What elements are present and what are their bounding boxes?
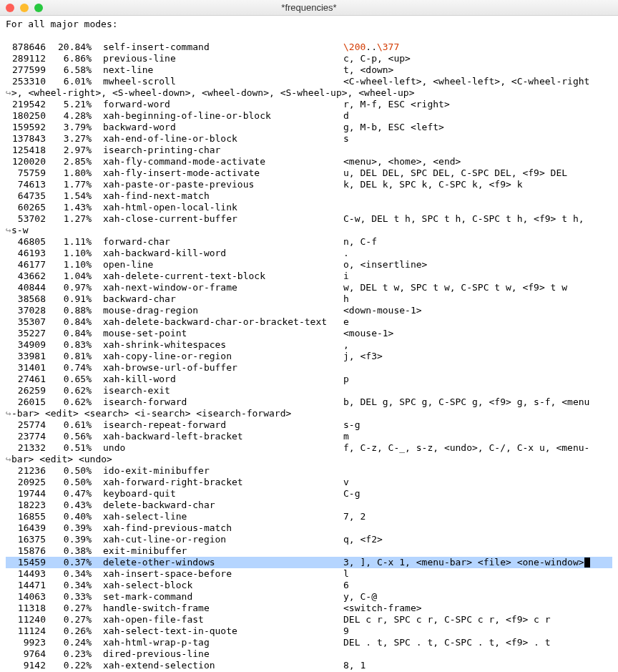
zoom-icon[interactable] [34,4,43,12]
frequency-row: 537021.27%xah-close-current-bufferC-w, D… [6,213,612,225]
keys-cell: s-g [343,419,360,430]
count-cell: 20925 [6,477,46,488]
command-cell: xah-kill-word [92,374,343,385]
wrap-text: bar> <edit> <undo> [11,454,112,464]
percent-cell: 0.27% [46,614,92,625]
count-cell: 18223 [6,500,46,511]
frequency-row: 757591.80%xah-fly-insert-mode-activateu,… [6,167,612,179]
percent-cell: 6.01% [46,76,92,87]
escape-pre: \200 [343,42,366,52]
count-cell: 46193 [6,248,46,259]
percent-cell: 1.43% [46,202,92,213]
keys-cell: 6 [343,580,349,590]
close-icon[interactable] [6,4,14,12]
wrap-arrow-icon: ↪ [6,454,11,465]
frequency-row: 2891126.86%previous-linec, C-p, <up> [6,53,612,64]
command-cell: undo [92,442,343,454]
count-cell: 159592 [6,122,46,133]
frequency-row: 99230.24%xah-html-wrap-p-tagDEL . t, SPC… [6,637,612,648]
keys-cell: 9 [343,625,349,636]
frequency-row: 262590.62%isearch-exit [6,385,612,396]
command-cell: xah-paste-or-paste-previous [92,179,343,190]
count-cell: 9142 [6,660,46,671]
keys-cell: y, C-@ [343,591,377,602]
command-cell: xah-extend-selection [92,660,343,671]
command-cell: forward-word [92,99,343,110]
command-cell: xah-beginning-of-line-or-block [92,110,343,122]
frequency-row: 461771.10%open-lineo, <insertline> [6,259,612,271]
titlebar: *frequencies* [0,0,618,16]
command-cell: forward-char [92,236,343,248]
count-cell: 46177 [6,259,46,271]
keys-cell: b, DEL g, SPC g, C-SPC g, <f9> g, s-f, <… [343,396,589,407]
count-cell: 11240 [6,614,46,625]
count-cell: 43662 [6,271,46,282]
command-cell: open-line [92,259,343,271]
keys-cell: w, DEL t w, SPC t w, C-SPC t w, <f9> t w [343,282,567,293]
frequency-row: 257740.61%isearch-repeat-forwards-g [6,419,612,431]
keys-cell: <menu>, <home>, <end> [343,156,461,167]
wrap-arrow-icon: ↪ [6,225,11,236]
frequency-row: 2533106.01%mwheel-scroll<C-wheel-left>, … [6,76,612,87]
count-cell: 75759 [6,167,46,179]
frequency-row: 461931.10%xah-backward-kill-word. [6,248,612,259]
count-cell: 120020 [6,156,46,167]
count-cell: 11318 [6,603,46,614]
count-cell: 16855 [6,511,46,522]
command-cell: backward-word [92,122,343,133]
command-cell: backward-char [92,293,343,305]
percent-cell: 1.11% [46,236,92,248]
command-cell: xah-open-file-fast [92,614,343,625]
command-cell: xah-copy-line-or-region [92,351,343,362]
wrap-line: ↪-bar> <edit> <search> <i-search> <isear… [6,408,612,419]
frequency-row: 1378433.27%xah-end-of-line-or-blocks [6,133,612,145]
percent-cell: 1.54% [46,190,92,202]
keys-cell: s [343,133,349,144]
keys-cell: h [343,293,349,304]
frequency-row: 197440.47%keyboard-quitC-g [6,488,612,500]
percent-cell: 0.39% [46,534,92,545]
command-cell: self-insert-command [92,42,343,53]
percent-cell: 0.47% [46,488,92,500]
keys-cell: . [343,248,349,258]
frequency-row: 163750.39%xah-cut-line-or-regionq, <f2> [6,534,612,545]
wrap-arrow-icon: ↪ [6,87,11,99]
count-cell: 277599 [6,64,46,76]
command-cell: xah-end-of-line-or-block [92,133,343,145]
frequency-row: 213320.51%undof, C-z, C-_, s-z, <undo>, … [6,442,612,454]
frequency-row: 436621.04%xah-delete-current-text-blocki [6,271,612,282]
percent-cell: 0.38% [46,545,92,557]
count-cell: 137843 [6,133,46,145]
percent-cell: 0.26% [46,625,92,637]
keys-cell: c, C-p, <up> [343,53,411,64]
frequency-row: 370280.88%mouse-drag-region<down-mouse-1… [6,305,612,316]
percent-cell: 5.21% [46,99,92,110]
percent-cell: 20.84% [46,42,92,53]
count-cell: 38568 [6,293,46,305]
count-cell: 14493 [6,568,46,580]
command-cell: next-line [92,64,343,76]
percent-cell: 0.34% [46,580,92,591]
count-cell: 27461 [6,374,46,385]
keys-cell: <mouse-1> [343,328,393,339]
frequency-row: 144930.34%xah-insert-space-beforel [6,568,612,580]
count-cell: 60265 [6,202,46,213]
command-cell: xah-insert-space-before [92,568,343,580]
percent-cell: 0.43% [46,500,92,511]
escape-post: \377 [377,42,399,52]
buffer-content[interactable]: For all major modes:87864620.84%self-ins… [0,16,618,672]
percent-cell: 0.27% [46,603,92,614]
count-cell: 46805 [6,236,46,248]
keys-cell: C-g [343,488,360,499]
section-header: For all major modes: [6,19,612,30]
command-cell: xah-html-open-local-link [92,202,343,213]
percent-cell: 6.86% [46,53,92,64]
count-cell: 16375 [6,534,46,545]
percent-cell: 1.10% [46,248,92,259]
minimize-icon[interactable] [20,4,29,12]
count-cell: 35307 [6,316,46,328]
escape-mid: .. [366,42,377,52]
keys-cell: <C-wheel-left>, <wheel-left>, <C-wheel-r… [343,76,589,87]
percent-cell: 0.34% [46,568,92,580]
frequency-row: 140630.33%set-mark-commandy, C-@ [6,591,612,603]
